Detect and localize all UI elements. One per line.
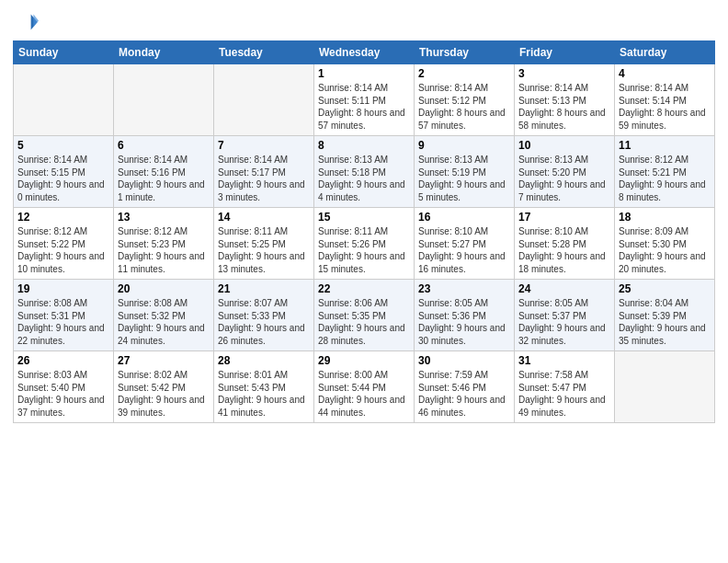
day-number: 5 [17,139,109,152]
header [13,9,715,35]
day-number: 13 [118,211,210,224]
calendar-cell: 26Sunrise: 8:03 AM Sunset: 5:40 PM Dayli… [14,351,114,423]
calendar-cell: 30Sunrise: 7:59 AM Sunset: 5:46 PM Dayli… [415,351,515,423]
day-info: Sunrise: 8:03 AM Sunset: 5:40 PM Dayligh… [17,369,109,419]
day-number: 28 [218,354,310,367]
calendar-week-row: 5Sunrise: 8:14 AM Sunset: 5:15 PM Daylig… [14,136,715,208]
calendar-cell: 22Sunrise: 8:06 AM Sunset: 5:35 PM Dayli… [314,280,415,351]
col-header-wednesday: Wednesday [314,41,415,64]
calendar-cell: 31Sunrise: 7:58 AM Sunset: 5:47 PM Dayli… [515,351,615,423]
calendar-cell: 4Sunrise: 8:14 AM Sunset: 5:14 PM Daylig… [615,64,715,136]
calendar-cell: 10Sunrise: 8:13 AM Sunset: 5:20 PM Dayli… [515,136,615,208]
calendar-week-row: 26Sunrise: 8:03 AM Sunset: 5:40 PM Dayli… [14,351,715,423]
svg-marker-1 [33,15,39,28]
day-info: Sunrise: 8:08 AM Sunset: 5:32 PM Dayligh… [118,297,210,347]
day-info: Sunrise: 8:01 AM Sunset: 5:43 PM Dayligh… [218,369,310,419]
calendar-table: SundayMondayTuesdayWednesdayThursdayFrid… [13,40,715,423]
day-number: 27 [118,354,210,367]
calendar-cell: 23Sunrise: 8:05 AM Sunset: 5:36 PM Dayli… [415,280,515,351]
calendar-cell: 14Sunrise: 8:11 AM Sunset: 5:25 PM Dayli… [214,208,314,280]
day-info: Sunrise: 8:14 AM Sunset: 5:11 PM Dayligh… [318,82,410,132]
day-number: 26 [17,354,109,367]
calendar-cell: 18Sunrise: 8:09 AM Sunset: 5:30 PM Dayli… [615,208,715,280]
day-info: Sunrise: 8:14 AM Sunset: 5:12 PM Dayligh… [418,82,510,132]
calendar-cell: 17Sunrise: 8:10 AM Sunset: 5:28 PM Dayli… [515,208,615,280]
calendar-cell: 6Sunrise: 8:14 AM Sunset: 5:16 PM Daylig… [114,136,214,208]
calendar-cell: 15Sunrise: 8:11 AM Sunset: 5:26 PM Dayli… [314,208,415,280]
day-number: 29 [318,354,410,367]
day-number: 20 [118,282,210,295]
logo-icon [13,9,39,35]
day-number: 24 [518,282,610,295]
day-number: 14 [218,211,310,224]
day-number: 8 [318,139,410,152]
calendar-cell: 2Sunrise: 8:14 AM Sunset: 5:12 PM Daylig… [415,64,515,136]
calendar-cell: 19Sunrise: 8:08 AM Sunset: 5:31 PM Dayli… [14,280,114,351]
calendar-cell [214,64,314,136]
calendar-cell [615,351,715,423]
day-info: Sunrise: 8:14 AM Sunset: 5:16 PM Dayligh… [118,154,210,203]
calendar-cell: 7Sunrise: 8:14 AM Sunset: 5:17 PM Daylig… [214,136,314,208]
col-header-friday: Friday [515,41,615,64]
col-header-thursday: Thursday [415,41,515,64]
day-number: 22 [318,282,410,295]
day-info: Sunrise: 8:14 AM Sunset: 5:15 PM Dayligh… [17,154,109,203]
day-number: 12 [17,211,109,224]
day-number: 4 [619,67,711,80]
day-number: 1 [318,67,410,80]
day-number: 3 [518,67,610,80]
day-info: Sunrise: 8:11 AM Sunset: 5:26 PM Dayligh… [318,225,410,275]
day-number: 23 [418,282,510,295]
calendar-header-row: SundayMondayTuesdayWednesdayThursdayFrid… [14,41,715,64]
day-info: Sunrise: 8:05 AM Sunset: 5:37 PM Dayligh… [518,297,610,347]
day-number: 6 [118,139,210,152]
day-number: 2 [418,67,510,80]
col-header-sunday: Sunday [14,41,114,64]
day-info: Sunrise: 8:06 AM Sunset: 5:35 PM Dayligh… [318,297,410,347]
day-number: 31 [518,354,610,367]
calendar-cell: 11Sunrise: 8:12 AM Sunset: 5:21 PM Dayli… [615,136,715,208]
calendar-week-row: 19Sunrise: 8:08 AM Sunset: 5:31 PM Dayli… [14,280,715,351]
calendar-cell: 3Sunrise: 8:14 AM Sunset: 5:13 PM Daylig… [515,64,615,136]
day-info: Sunrise: 8:08 AM Sunset: 5:31 PM Dayligh… [17,297,109,347]
day-info: Sunrise: 8:05 AM Sunset: 5:36 PM Dayligh… [418,297,510,347]
calendar-cell: 27Sunrise: 8:02 AM Sunset: 5:42 PM Dayli… [114,351,214,423]
calendar-week-row: 1Sunrise: 8:14 AM Sunset: 5:11 PM Daylig… [14,64,715,136]
calendar-cell [114,64,214,136]
day-info: Sunrise: 8:12 AM Sunset: 5:22 PM Dayligh… [17,225,109,275]
day-number: 25 [619,282,711,295]
day-info: Sunrise: 7:59 AM Sunset: 5:46 PM Dayligh… [418,369,510,419]
calendar-cell: 12Sunrise: 8:12 AM Sunset: 5:22 PM Dayli… [14,208,114,280]
day-info: Sunrise: 8:04 AM Sunset: 5:39 PM Dayligh… [619,297,711,347]
day-info: Sunrise: 8:02 AM Sunset: 5:42 PM Dayligh… [118,369,210,419]
day-number: 11 [619,139,711,152]
calendar-cell: 25Sunrise: 8:04 AM Sunset: 5:39 PM Dayli… [615,280,715,351]
day-info: Sunrise: 7:58 AM Sunset: 5:47 PM Dayligh… [518,369,610,419]
calendar-cell: 1Sunrise: 8:14 AM Sunset: 5:11 PM Daylig… [314,64,415,136]
calendar-cell: 13Sunrise: 8:12 AM Sunset: 5:23 PM Dayli… [114,208,214,280]
day-number: 7 [218,139,310,152]
day-info: Sunrise: 8:14 AM Sunset: 5:13 PM Dayligh… [518,82,610,132]
day-number: 9 [418,139,510,152]
day-info: Sunrise: 8:13 AM Sunset: 5:19 PM Dayligh… [418,154,510,203]
calendar-cell: 5Sunrise: 8:14 AM Sunset: 5:15 PM Daylig… [14,136,114,208]
col-header-monday: Monday [114,41,214,64]
calendar-cell: 20Sunrise: 8:08 AM Sunset: 5:32 PM Dayli… [114,280,214,351]
calendar-cell [14,64,114,136]
calendar-cell: 28Sunrise: 8:01 AM Sunset: 5:43 PM Dayli… [214,351,314,423]
logo [13,9,40,35]
day-number: 10 [518,139,610,152]
day-number: 16 [418,211,510,224]
day-info: Sunrise: 8:14 AM Sunset: 5:14 PM Dayligh… [619,82,711,132]
calendar-cell: 21Sunrise: 8:07 AM Sunset: 5:33 PM Dayli… [214,280,314,351]
day-number: 15 [318,211,410,224]
calendar-cell: 24Sunrise: 8:05 AM Sunset: 5:37 PM Dayli… [515,280,615,351]
day-info: Sunrise: 8:00 AM Sunset: 5:44 PM Dayligh… [318,369,410,419]
day-number: 30 [418,354,510,367]
page-container: SundayMondayTuesdayWednesdayThursdayFrid… [0,0,728,563]
calendar-cell: 29Sunrise: 8:00 AM Sunset: 5:44 PM Dayli… [314,351,415,423]
calendar-cell: 16Sunrise: 8:10 AM Sunset: 5:27 PM Dayli… [415,208,515,280]
calendar-cell: 9Sunrise: 8:13 AM Sunset: 5:19 PM Daylig… [415,136,515,208]
day-info: Sunrise: 8:07 AM Sunset: 5:33 PM Dayligh… [218,297,310,347]
day-number: 19 [17,282,109,295]
